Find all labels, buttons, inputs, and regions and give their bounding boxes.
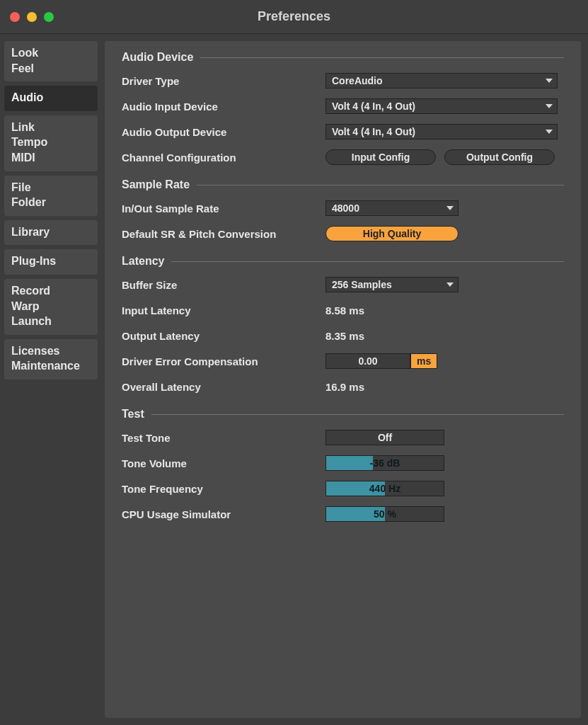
sidebar-item-record-warp-launch[interactable]: RecordWarpLaunch	[4, 279, 98, 335]
section-rule	[151, 414, 564, 415]
row-driver-error-compensation: Driver Error Compensation 0.00 ms	[122, 351, 564, 371]
label-audio-output-device: Audio Output Device	[122, 126, 325, 138]
sidebar-item-label: File	[11, 180, 91, 195]
test-tone-toggle[interactable]: Off	[325, 430, 444, 445]
sidebar: LookFeelAudioLinkTempoMIDIFileFolderLibr…	[0, 34, 102, 725]
sidebar-item-file-folder[interactable]: FileFolder	[4, 176, 98, 216]
sidebar-item-plug-ins[interactable]: Plug-Ins	[4, 249, 98, 275]
output-latency-value: 8.35 ms	[325, 330, 364, 342]
chevron-down-icon	[546, 130, 553, 134]
row-inout-sample-rate: In/Out Sample Rate 48000	[122, 198, 564, 218]
driver-type-value: CoreAudio	[332, 75, 383, 86]
sidebar-item-label: Tempo	[11, 135, 91, 150]
row-test-tone: Test Tone Off	[122, 428, 564, 447]
buffer-size-dropdown[interactable]: 256 Samples	[325, 277, 459, 292]
cpu-usage-value: 50 %	[326, 507, 444, 521]
sidebar-item-label: MIDI	[11, 150, 91, 166]
sidebar-item-label: Warp	[11, 299, 91, 314]
section-rule	[171, 261, 564, 262]
window-title: Preferences	[0, 9, 588, 24]
section-title-audio-device: Audio Device	[122, 51, 564, 64]
label-test-tone: Test Tone	[122, 432, 325, 444]
section-title-test: Test	[122, 408, 564, 421]
close-button[interactable]	[10, 12, 20, 22]
section-label: Audio Device	[122, 51, 193, 64]
sidebar-item-label: Audio	[11, 90, 91, 105]
label-output-latency: Output Latency	[122, 330, 325, 342]
sidebar-item-label: Maintenance	[11, 358, 91, 374]
output-config-button[interactable]: Output Config	[444, 149, 555, 165]
label-inout-sample-rate: In/Out Sample Rate	[122, 202, 325, 215]
row-audio-input-device: Audio Input Device Volt 4 (4 In, 4 Out)	[122, 96, 564, 116]
row-output-latency: Output Latency 8.35 ms	[122, 326, 564, 346]
sidebar-item-link-tempo-midi[interactable]: LinkTempoMIDI	[4, 115, 98, 171]
label-overall-latency: Overall Latency	[122, 381, 325, 393]
audio-input-device-dropdown[interactable]: Volt 4 (4 In, 4 Out)	[325, 98, 558, 114]
label-tone-frequency: Tone Frequency	[122, 483, 325, 495]
label-input-latency: Input Latency	[122, 304, 325, 316]
tone-frequency-value: 440 Hz	[326, 481, 444, 496]
sidebar-item-label: Folder	[11, 195, 91, 210]
audio-input-device-value: Volt 4 (4 In, 4 Out)	[332, 101, 415, 112]
sidebar-item-label: Link	[11, 120, 91, 135]
label-driver-type: Driver Type	[122, 75, 325, 87]
main-panel: Audio Device Driver Type CoreAudio Audio…	[105, 41, 581, 718]
row-input-latency: Input Latency 8.58 ms	[122, 300, 564, 320]
preferences-window: Preferences LookFeelAudioLinkTempoMIDIFi…	[0, 0, 588, 725]
row-audio-output-device: Audio Output Device Volt 4 (4 In, 4 Out)	[122, 122, 564, 142]
driver-error-unit-toggle[interactable]: ms	[410, 353, 437, 369]
section-title-latency: Latency	[122, 255, 564, 268]
audio-output-device-dropdown[interactable]: Volt 4 (4 In, 4 Out)	[325, 124, 558, 139]
sidebar-item-look-feel[interactable]: LookFeel	[4, 41, 98, 81]
window-controls	[10, 12, 54, 22]
label-buffer-size: Buffer Size	[122, 279, 325, 291]
sample-rate-value: 48000	[332, 202, 359, 214]
tone-volume-value: -36 dB	[326, 456, 444, 470]
sidebar-item-label: Library	[11, 224, 91, 240]
row-tone-frequency: Tone Frequency 440 Hz	[122, 479, 564, 498]
row-driver-type: Driver Type CoreAudio	[122, 71, 564, 91]
row-overall-latency: Overall Latency 16.9 ms	[122, 377, 564, 396]
tone-volume-slider[interactable]: -36 dB	[325, 455, 444, 471]
label-cpu-usage-simulator: CPU Usage Simulator	[122, 508, 325, 520]
label-default-sr-conversion: Default SR & Pitch Conversion	[122, 228, 325, 240]
input-latency-value: 8.58 ms	[325, 304, 364, 316]
section-label: Sample Rate	[122, 178, 190, 191]
section-label: Latency	[122, 255, 164, 268]
driver-error-value-input[interactable]: 0.00	[325, 353, 410, 369]
sr-conversion-toggle[interactable]: High Quality	[325, 226, 459, 241]
titlebar: Preferences	[0, 0, 588, 34]
overall-latency-value: 16.9 ms	[325, 381, 364, 393]
section-title-sample-rate: Sample Rate	[122, 178, 564, 191]
section-rule	[197, 185, 564, 185]
driver-type-dropdown[interactable]: CoreAudio	[325, 73, 558, 89]
row-default-sr-conversion: Default SR & Pitch Conversion High Quali…	[122, 224, 564, 244]
tone-frequency-slider[interactable]: 440 Hz	[325, 481, 444, 496]
sidebar-item-label: Look	[11, 45, 91, 61]
buffer-size-value: 256 Samples	[332, 279, 392, 290]
sidebar-item-label: Launch	[11, 314, 91, 329]
cpu-usage-slider[interactable]: 50 %	[325, 506, 444, 522]
chevron-down-icon	[446, 282, 454, 287]
sample-rate-dropdown[interactable]: 48000	[325, 200, 459, 216]
sidebar-item-label: Feel	[11, 61, 91, 76]
chevron-down-icon	[446, 206, 454, 210]
section-label: Test	[122, 408, 144, 421]
audio-output-device-value: Volt 4 (4 In, 4 Out)	[332, 126, 415, 137]
row-tone-volume: Tone Volume -36 dB	[122, 453, 564, 473]
sidebar-item-label: Licenses	[11, 343, 91, 359]
minimize-button[interactable]	[27, 12, 37, 22]
label-audio-input-device: Audio Input Device	[122, 101, 325, 113]
label-driver-error-compensation: Driver Error Compensation	[122, 355, 325, 367]
sidebar-item-label: Record	[11, 283, 91, 299]
sidebar-item-licenses-maintenance[interactable]: LicensesMaintenance	[4, 339, 98, 379]
label-tone-volume: Tone Volume	[122, 457, 325, 469]
section-rule	[200, 57, 564, 58]
input-config-button[interactable]: Input Config	[325, 149, 436, 165]
sidebar-item-library[interactable]: Library	[4, 220, 98, 246]
label-channel-configuration: Channel Configuration	[122, 152, 325, 164]
maximize-button[interactable]	[44, 12, 54, 22]
chevron-down-icon	[546, 104, 553, 108]
sidebar-item-audio[interactable]: Audio	[4, 86, 98, 111]
row-cpu-usage-simulator: CPU Usage Simulator 50 %	[122, 504, 564, 524]
